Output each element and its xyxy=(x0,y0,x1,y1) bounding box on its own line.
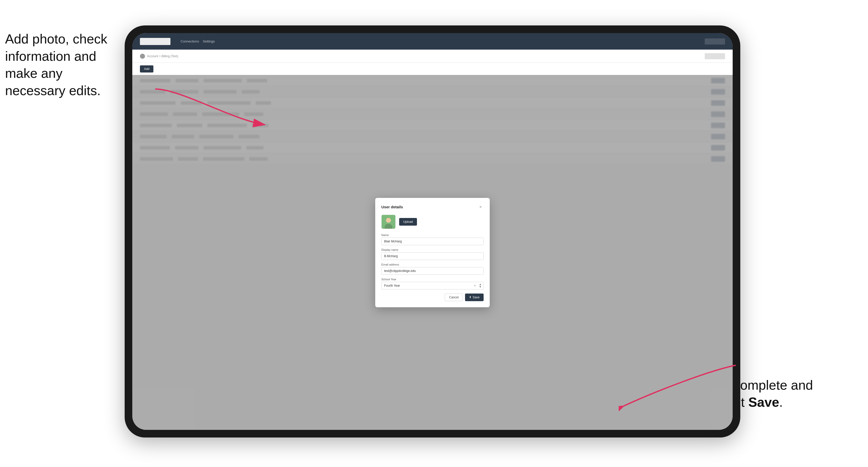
annotation-left-line3: make any xyxy=(5,66,62,81)
annotation-left-line4: necessary edits. xyxy=(5,83,101,98)
nav-item-settings[interactable]: Settings xyxy=(203,39,215,43)
sub-header-text: Account > Billing (Test) xyxy=(147,55,178,58)
svg-point-3 xyxy=(386,218,391,223)
school-year-form-group: School Year × ▲ ▼ xyxy=(381,278,484,289)
save-button[interactable]: ⬆ Save xyxy=(465,293,484,301)
email-label: Email address xyxy=(381,263,484,266)
modal-title: User details xyxy=(381,205,403,209)
photo-section: Upload xyxy=(381,215,484,229)
name-input[interactable] xyxy=(381,238,484,245)
sub-header: Account > Billing (Test) xyxy=(132,50,733,63)
sub-header-right-action xyxy=(705,53,725,59)
annotation-right-bold: Save xyxy=(748,395,779,409)
annotation-left: Add photo, check information and make an… xyxy=(5,31,112,99)
annotation-right-line1: Complete and xyxy=(731,378,813,393)
school-year-input[interactable] xyxy=(381,282,484,289)
save-icon: ⬆ xyxy=(469,295,471,299)
app-nav: Connections Settings xyxy=(181,39,215,43)
modal-overlay: User details × Uploa xyxy=(132,75,733,430)
display-name-form-group: Display name xyxy=(381,248,484,260)
app-logo xyxy=(140,38,170,45)
cancel-button[interactable]: Cancel xyxy=(445,293,463,301)
app-header: Connections Settings xyxy=(132,33,733,50)
annotation-left-line1: Add photo, check xyxy=(5,32,107,46)
nav-item-connections[interactable]: Connections xyxy=(181,39,199,43)
modal-footer: Cancel ⬆ Save xyxy=(381,293,484,301)
tablet-frame: Connections Settings Account > Billing (… xyxy=(125,25,740,437)
profile-photo-svg xyxy=(381,215,395,229)
school-year-select-wrapper: × ▲ ▼ xyxy=(381,282,484,289)
school-year-label: School Year xyxy=(381,278,484,281)
header-right-box xyxy=(705,38,725,44)
annotation-left-line2: information and xyxy=(5,49,96,64)
toolbar: Add xyxy=(132,63,733,75)
app-header-right xyxy=(705,38,725,44)
profile-photo-thumb xyxy=(381,215,396,229)
name-label: Name xyxy=(381,234,484,237)
modal-close-button[interactable]: × xyxy=(477,204,484,210)
display-name-input[interactable] xyxy=(381,252,484,260)
email-input[interactable] xyxy=(381,267,484,275)
name-form-group: Name xyxy=(381,234,484,245)
sub-header-icon xyxy=(140,54,145,59)
save-label: Save xyxy=(473,295,479,299)
display-name-label: Display name xyxy=(381,248,484,251)
annotation-right-end: . xyxy=(779,395,783,409)
school-year-clear-button[interactable]: × xyxy=(473,284,477,288)
annotation-right: Complete and hit Save. xyxy=(731,377,837,411)
upload-photo-button[interactable]: Upload xyxy=(399,218,417,226)
modal-header: User details × xyxy=(381,204,484,210)
add-button[interactable]: Add xyxy=(140,65,153,72)
main-content: User details × Uploa xyxy=(132,75,733,430)
tablet-screen: Connections Settings Account > Billing (… xyxy=(132,33,733,430)
email-form-group: Email address xyxy=(381,263,484,275)
user-details-modal: User details × Uploa xyxy=(375,198,490,307)
